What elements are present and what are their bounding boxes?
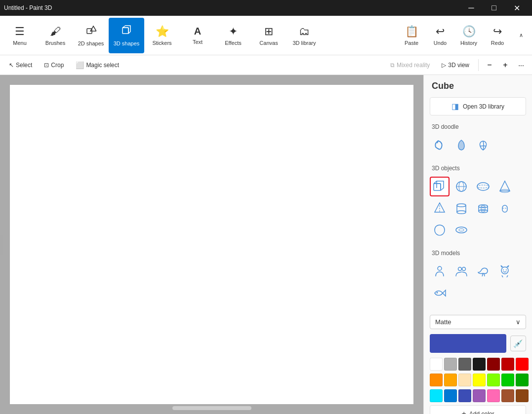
svg-rect-30 — [502, 205, 507, 212]
shape-tube[interactable] — [473, 198, 493, 218]
shape-ellipsoid[interactable] — [473, 177, 493, 196]
toolbar-item-3dshapes[interactable]: 3D shapes — [109, 18, 144, 53]
pyramid-icon — [433, 201, 447, 215]
shape-cone[interactable] — [495, 177, 515, 196]
shape-doodle1[interactable] — [430, 135, 450, 155]
material-dropdown[interactable]: Matte ∨ — [430, 315, 526, 329]
shape-cylinder[interactable] — [451, 198, 471, 218]
toolbar-item-paste[interactable]: 📋 Paste — [398, 18, 425, 53]
shape-person2[interactable] — [451, 262, 471, 281]
redo-icon: ↪ — [493, 25, 502, 38]
shape-sphere[interactable] — [451, 177, 471, 196]
maximize-button[interactable]: □ — [483, 0, 505, 16]
swatch-darkorange[interactable] — [430, 374, 443, 386]
color-preview[interactable] — [430, 334, 506, 353]
toolbar-item-canvas[interactable]: ⊞ Canvas — [251, 18, 286, 53]
undo-icon: ↩ — [436, 25, 445, 38]
swatch-orange[interactable] — [444, 374, 457, 386]
shape-doodle2[interactable] — [451, 135, 471, 155]
sub-item-magic-select[interactable]: ⬜ Magic select — [71, 59, 124, 71]
text-label: Text — [193, 39, 203, 45]
sub-item-crop[interactable]: ⊡ Crop — [39, 60, 69, 71]
toolbar-item-history[interactable]: 🕓 History — [455, 18, 483, 53]
swatch-cyan[interactable] — [430, 389, 443, 402]
right-panel: Cube ◨ Open 3D library 3D doodle — [423, 75, 532, 414]
toolbar-item-3dlibrary[interactable]: 🗂 3D library — [286, 18, 322, 53]
zoom-out-button[interactable]: − — [483, 58, 496, 72]
toolbar-item-effects[interactable]: ✦ Effects — [215, 18, 251, 53]
person2-icon — [454, 264, 468, 278]
shape-person1[interactable] — [430, 262, 450, 281]
svg-point-39 — [506, 269, 507, 270]
sub-item-select[interactable]: ↖ Select — [4, 60, 37, 71]
minimize-button[interactable]: ─ — [460, 0, 483, 16]
shape-fish[interactable] — [430, 283, 450, 303]
swatch-red[interactable] — [516, 358, 529, 371]
zoom-in-button[interactable]: + — [498, 58, 512, 72]
swatch-indigo[interactable] — [458, 389, 471, 402]
swatch-darkgreen[interactable] — [516, 374, 529, 386]
swatch-pink[interactable] — [487, 389, 500, 402]
eyedropper-button[interactable]: 💉 — [510, 336, 526, 351]
toolbar-item-2dshapes[interactable]: 2D shapes — [73, 18, 109, 53]
app-title: Untitled - Paint 3D — [4, 4, 52, 11]
shape-pyramid[interactable] — [430, 198, 450, 218]
swatch-brown[interactable] — [516, 389, 529, 402]
swatch-crimson[interactable] — [501, 358, 514, 371]
mixed-reality-label: Mixed reality — [397, 62, 430, 69]
toolbar-item-text[interactable]: A Text — [180, 18, 215, 53]
shape-cat[interactable] — [495, 262, 515, 281]
toolbar-item-menu[interactable]: ☰ Menu — [2, 18, 38, 53]
swatch-blue[interactable] — [444, 389, 457, 402]
toolbar-item-brushes[interactable]: 🖌 Brushes — [38, 18, 73, 53]
fish-icon — [433, 286, 447, 300]
swatch-darkred[interactable] — [487, 358, 500, 371]
swatch-white[interactable] — [430, 358, 443, 371]
magic-select-label: Magic select — [86, 62, 119, 69]
bird-icon — [476, 264, 490, 278]
swatch-lime[interactable] — [487, 374, 500, 386]
sub-item-3d-view[interactable]: ▷ 3D view — [437, 60, 474, 71]
effects-icon: ✦ — [229, 25, 238, 38]
add-color-label: Add color — [469, 411, 494, 414]
stickers-label: Stickers — [152, 40, 171, 46]
swatch-lightgray[interactable] — [444, 358, 457, 371]
swatch-black[interactable] — [473, 358, 486, 371]
shape-cube[interactable] — [430, 177, 450, 196]
open-3d-library-button[interactable]: ◨ Open 3D library — [430, 97, 526, 115]
canvas-horizontal-scrollbar[interactable] — [172, 406, 251, 410]
swatch-yellow[interactable] — [473, 374, 486, 386]
shape-bird[interactable] — [473, 262, 493, 281]
history-label: History — [460, 40, 477, 46]
close-button[interactable]: ✕ — [505, 0, 528, 16]
shape-blob[interactable] — [430, 220, 450, 240]
3dshapes-icon — [121, 25, 132, 38]
swatch-purple[interactable] — [473, 389, 486, 402]
magic-select-icon: ⬜ — [76, 61, 84, 69]
sub-item-mixed-reality[interactable]: ⧉ Mixed reality — [385, 60, 435, 71]
shape-doodle3[interactable] — [473, 135, 493, 155]
ellipsoid-icon — [476, 180, 490, 193]
svg-point-34 — [438, 266, 442, 270]
shape-torus[interactable] — [451, 220, 471, 240]
toolbar-collapse-button[interactable]: ∧ — [512, 18, 530, 53]
cat-icon — [498, 264, 512, 278]
swatch-green[interactable] — [501, 374, 514, 386]
swatch-gray[interactable] — [458, 358, 471, 371]
shape-capsule[interactable] — [495, 198, 515, 218]
more-button[interactable]: ··· — [514, 58, 528, 72]
swatch-sienna[interactable] — [501, 389, 514, 402]
add-color-button[interactable]: + Add color — [430, 405, 526, 414]
swatch-peach[interactable] — [458, 374, 471, 386]
doodle3-icon — [475, 137, 491, 153]
add-icon: + — [461, 410, 466, 414]
toolbar-item-undo[interactable]: ↩ Undo — [426, 18, 454, 53]
svg-point-25 — [481, 211, 485, 212]
toolbar-item-stickers[interactable]: ⭐ Stickers — [144, 18, 180, 53]
3d-view-label: 3D view — [448, 62, 469, 69]
doodle-shapes-grid — [424, 133, 532, 159]
crop-label: Crop — [51, 62, 64, 69]
canvas-area[interactable] — [0, 75, 423, 414]
toolbar-item-redo[interactable]: ↪ Redo — [484, 18, 511, 53]
color-swatches-row1 — [430, 358, 526, 371]
